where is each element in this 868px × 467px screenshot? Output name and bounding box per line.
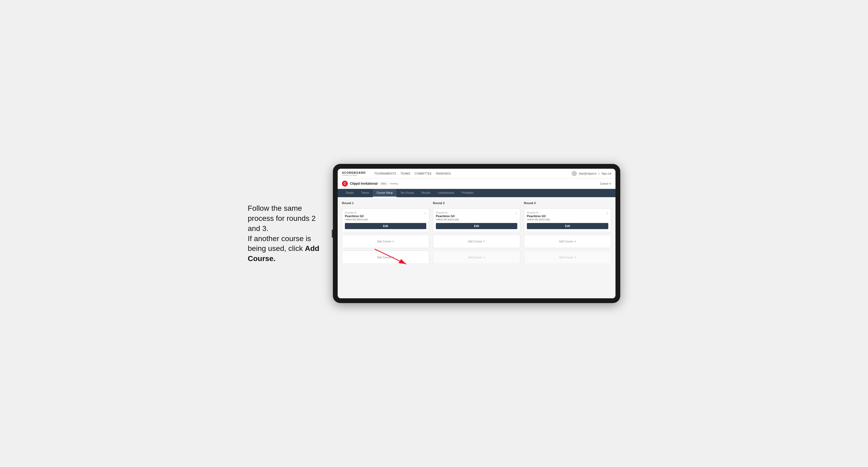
round-2-title: Round 2 [433,201,520,205]
rounds-grid: Round 1 (Course A) Peachtree GC Yellow (… [342,201,611,264]
brand-name: SCOREBOARD [342,171,366,174]
tablet-screen: SCOREBOARD Powered by clippd TOURNAMENTS… [338,169,616,298]
main-content: Round 1 (Course A) Peachtree GC Yellow (… [338,197,616,298]
cancel-label: Cancel ✕ [600,182,611,185]
tabs-bar: Details Teams Course Setup Tee Groups Re… [338,189,616,197]
round-1-course-label: (Course A) [345,211,368,214]
user-avatar [571,171,577,176]
tab-leaderboards[interactable]: Leaderboards [434,189,458,197]
separator: | [599,172,599,175]
round-2-card-header: (Course A) Peachtree GC Yellow (M) (6629… [436,211,517,223]
round-2-column: Round 2 (Course A) Peachtree GC Yellow (… [433,201,520,264]
nav-tournaments[interactable]: TOURNAMENTS [374,172,396,175]
tab-printables[interactable]: Printables [458,189,477,197]
round-2-course-name: Peachtree GC [436,215,459,218]
round-3-add-course-label-1: Add Course [559,240,573,243]
sign-out-link[interactable]: Sign out [601,172,611,175]
instruction-block: Follow the same process for rounds 2 and… [248,203,322,264]
tournament-info: C Clippd Invitational Men Hosting [342,181,398,187]
round-3-card-header: (Course A) Peachtree GC Yellow (M) (6629… [527,211,608,223]
round-2-delete-button[interactable]: ○ [515,211,517,215]
round-2-edit-button[interactable]: Edit [436,223,517,229]
round-1-add-course-label-2: Add Course [377,256,391,259]
round-1-add-course-2[interactable]: Add Course + [342,251,429,264]
nav-links: TOURNAMENTS TEAMS COMMITTEE RANKINGS [374,172,566,175]
cancel-button[interactable]: Cancel ✕ [600,182,611,185]
round-3-course-card: (Course A) Peachtree GC Yellow (M) (6629… [524,208,611,232]
round-3-column: Round 3 (Course A) Peachtree GC Yellow (… [524,201,611,264]
round-1-course-card: (Course A) Peachtree GC Yellow (M) (6629… [342,208,429,232]
round-1-course-detail: Yellow (M) (6629 yds) [345,218,368,221]
round-1-add-course-label-1: Add Course [377,240,391,243]
round-1-card-header: (Course A) Peachtree GC Yellow (M) (6629… [345,211,426,223]
round-2-add-course-1[interactable]: Add Course + [433,235,520,248]
instruction-text: Follow the same process for rounds 2 and… [248,204,319,262]
tab-tee-groups[interactable]: Tee Groups [397,189,418,197]
tablet-side-button [332,230,333,238]
tablet-frame: SCOREBOARD Powered by clippd TOURNAMENTS… [333,164,620,303]
tournament-type: Men [380,182,388,185]
brand-logo: SCOREBOARD Powered by clippd [342,171,366,176]
tab-details[interactable]: Details [342,189,358,197]
top-nav: SCOREBOARD Powered by clippd TOURNAMENTS… [338,169,616,179]
round-2-course-info: (Course A) Peachtree GC Yellow (M) (6629… [436,211,459,223]
round-1-edit-button[interactable]: Edit [345,223,426,229]
round-2-course-card: (Course A) Peachtree GC Yellow (M) (6629… [433,208,520,232]
tab-results[interactable]: Results [418,189,434,197]
round-3-add-plus-2: + [574,255,576,259]
round-3-title: Round 3 [524,201,611,205]
round-1-course-name: Peachtree GC [345,215,368,218]
round-3-course-name: Peachtree GC [527,215,550,218]
round-3-course-info: (Course A) Peachtree GC Yellow (M) (6629… [527,211,550,223]
round-2-add-course-label-1: Add Course [468,240,482,243]
round-3-edit-button[interactable]: Edit [527,223,608,229]
nav-rankings[interactable]: RANKINGS [436,172,451,175]
round-1-add-plus-1: + [392,240,394,243]
nav-teams[interactable]: TEAMS [400,172,410,175]
round-1-add-course-1[interactable]: Add Course + [342,235,429,248]
tournament-name: Clippd Invitational [350,182,378,185]
round-2-add-course-2: Add Course + [433,251,520,264]
sub-header: C Clippd Invitational Men Hosting Cancel… [338,179,616,189]
round-3-course-detail: Yellow (M) (6629 yds) [527,218,550,221]
round-3-delete-button[interactable]: ○ [606,211,608,215]
round-1-title: Round 1 [342,201,429,205]
round-2-course-label: (Course A) [436,211,459,214]
round-1-add-plus-2: + [392,255,394,259]
brand-sub: Powered by clippd [342,174,366,176]
round-3-add-course-label-2: Add Course [559,256,573,259]
round-1-course-info: (Course A) Peachtree GC Yellow (M) (6629… [345,211,368,223]
round-2-add-course-label-2: Add Course [468,256,482,259]
round-3-add-course-1[interactable]: Add Course + [524,235,611,248]
page-wrapper: Follow the same process for rounds 2 and… [248,164,620,303]
round-3-course-label: (Course A) [527,211,550,214]
round-3-add-course-2: Add Course + [524,251,611,264]
nav-committee[interactable]: COMMITTEE [414,172,432,175]
round-2-add-plus-1: + [483,240,485,243]
round-2-course-detail: Yellow (M) (6629 yds) [436,218,459,221]
hosting-badge: Hosting [390,182,398,185]
tab-course-setup[interactable]: Course Setup [373,189,397,197]
tab-teams[interactable]: Teams [358,189,373,197]
user-email: blair@clippd.io [579,172,597,175]
round-1-column: Round 1 (Course A) Peachtree GC Yellow (… [342,201,429,264]
clippd-logo: C [342,181,348,187]
round-3-add-plus-1: + [574,240,576,243]
nav-right: blair@clippd.io | Sign out [571,171,611,176]
round-2-add-plus-2: + [483,255,485,259]
round-1-delete-button[interactable]: ○ [424,211,426,215]
